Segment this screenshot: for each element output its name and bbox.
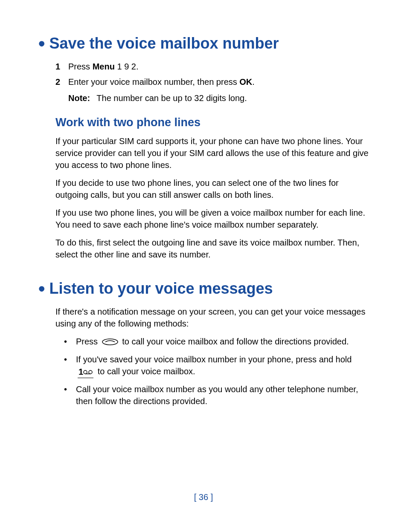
note-block: Note: The number can be up to 32 digits …	[68, 92, 369, 104]
bullet-icon: •	[38, 279, 45, 298]
heading-text: Save the voice mailbox number	[49, 35, 279, 52]
paragraph: If you use two phone lines, you will be …	[55, 207, 369, 231]
step-2: 2 Enter your voice mailbox number, then …	[55, 76, 369, 88]
list-item: • If you've saved your voice mailbox num…	[64, 353, 369, 378]
bullet-icon: •	[64, 383, 76, 407]
step-text: Enter your voice mailbox number, then pr…	[68, 76, 255, 88]
step-1: 1 Press Menu 1 9 2.	[55, 61, 369, 72]
step-number: 1	[55, 61, 68, 72]
paragraph: To do this, first select the outgoing li…	[55, 237, 369, 260]
softkey-icon	[102, 336, 118, 348]
bullet-icon: •	[38, 34, 45, 53]
list-item-text: Press to call your voice mailbox and fol…	[76, 335, 349, 348]
heading-two-phone-lines: Work with two phone lines	[55, 116, 369, 129]
step-text: Press Menu 1 9 2.	[68, 61, 139, 72]
note-label: Note:	[68, 93, 90, 103]
svg-point-0	[102, 339, 118, 345]
svg-point-2	[89, 370, 92, 374]
steps-block: 1 Press Menu 1 9 2. 2 Enter your voice m…	[55, 61, 369, 104]
page-number: [ 36 ]	[0, 492, 407, 502]
paragraph: If your particular SIM card supports it,…	[55, 135, 369, 171]
heading-text: Listen to your voice messages	[49, 280, 273, 298]
svg-point-1	[84, 370, 87, 374]
paragraph: If you decide to use two phone lines, yo…	[55, 177, 369, 201]
list-item: • Press to call your voice mailbox and f…	[64, 335, 369, 348]
note-text: The number can be up to 32 digits long.	[96, 93, 247, 103]
bullet-icon: •	[64, 335, 76, 348]
heading-save-voice-mailbox: • Save the voice mailbox number	[38, 34, 369, 53]
step-number: 2	[55, 76, 68, 88]
list-item-text: Call your voice mailbox number as you wo…	[76, 383, 369, 407]
page-content: • Save the voice mailbox number 1 Press …	[0, 0, 407, 532]
key-1-voicemail-icon: 1	[78, 366, 93, 378]
list-item: • Call your voice mailbox number as you …	[64, 383, 369, 407]
bullet-icon: •	[64, 353, 76, 378]
list-item-text: If you've saved your voice mailbox numbe…	[76, 353, 369, 378]
heading-listen-voice-messages: • Listen to your voice messages	[38, 279, 369, 298]
intro-paragraph: If there's a notification message on you…	[55, 306, 369, 330]
